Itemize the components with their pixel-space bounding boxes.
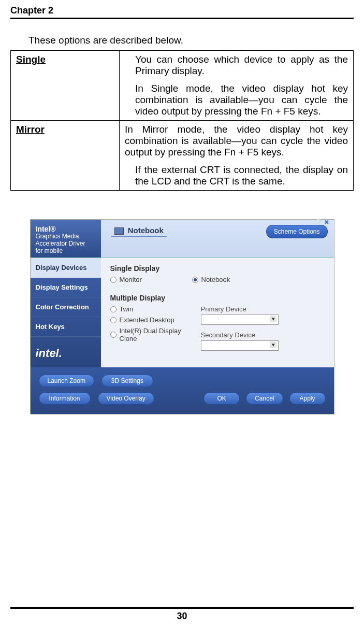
radio-twin[interactable] [110,306,117,312]
table-row: Single You can choose which device to ap… [11,51,354,121]
information-button[interactable]: Information [39,392,91,405]
para: You can choose which device to apply as … [135,54,348,77]
sidebar-item-display-devices[interactable]: Display Devices [31,258,101,278]
dialog-content: Single Display Monitor Notebook Multiple… [101,258,334,367]
radio-extended[interactable] [110,317,117,323]
notebook-icon [114,227,124,235]
radio-notebook[interactable] [192,277,198,283]
dialog-header-right: ❔ ✖ Notebook Scheme Options [101,220,334,258]
apply-button[interactable]: Apply [289,392,326,405]
footer-right-buttons: OK Cancel Apply [203,392,325,405]
radio-clone[interactable] [110,332,117,338]
option-name-single: Single [11,51,120,121]
option-desc-single: You can choose which device to apply as … [120,51,354,121]
radio-twin-label: Twin [120,305,191,313]
dialog-body: Display Devices Display Settings Color C… [31,258,334,367]
primary-device-dropdown[interactable] [201,314,279,325]
dialog-footer: Launch Zoom 3D Settings Information Vide… [31,367,334,414]
intel-logo-text: intel. [31,337,101,367]
ok-button[interactable]: OK [203,392,240,405]
single-display-title: Single Display [110,264,326,273]
sidebar: Display Devices Display Settings Color C… [31,258,101,367]
single-display-row: Monitor Notebook [110,276,326,283]
video-overlay-button[interactable]: Video Overlay [98,392,154,405]
table-row: Mirror In Mirror mode, the video display… [11,121,354,191]
secondary-device-label: Secondary Device [201,331,279,339]
logo-line: Graphics Media [36,233,96,240]
dialog-header: Intel® Graphics Media Accelerator Driver… [31,220,334,258]
radio-notebook-label: Notebook [201,276,274,283]
scheme-options-button[interactable]: Scheme Options [266,225,328,238]
notebook-tab[interactable]: Notebook [111,225,167,237]
footer-left-buttons: Launch Zoom 3D Settings Information Vide… [39,375,154,405]
sidebar-item-display-settings[interactable]: Display Settings [31,278,101,297]
intel-graphics-dialog: Intel® Graphics Media Accelerator Driver… [30,219,334,414]
sidebar-item-color-correction[interactable]: Color Correction [31,297,101,317]
dialog-logo: Intel® Graphics Media Accelerator Driver… [31,220,101,258]
notebook-tab-label: Notebook [128,226,164,235]
radio-row: Twin [110,305,191,313]
launch-zoom-button[interactable]: Launch Zoom [39,375,94,387]
radio-extended-label: Extended Desktop [120,316,191,324]
cancel-button[interactable]: Cancel [246,392,283,405]
radio-monitor[interactable] [110,277,117,283]
para: In Single mode, the video display hot ke… [135,83,348,117]
radio-clone-label: Intel(R) Dual Display Clone [120,327,191,342]
secondary-device-dropdown[interactable] [201,340,279,351]
option-name-mirror: Mirror [11,121,120,191]
para: If the external CRT is connected, the di… [135,164,348,187]
option-desc-mirror: In Mirror mode, the video display hot ke… [120,121,354,191]
options-table: Single You can choose which device to ap… [10,50,354,191]
logo-line: for mobile [36,248,96,255]
primary-device-label: Primary Device [201,305,279,313]
sidebar-item-hot-keys[interactable]: Hot Keys [31,317,101,337]
radio-row: Extended Desktop [110,316,191,324]
chapter-header: Chapter 2 [10,5,354,19]
radio-row: Intel(R) Dual Display Clone [110,327,191,342]
logo-line: Accelerator Driver [36,240,96,248]
logo-line: Intel® [36,225,96,233]
para: In Mirror mode, the video display hot ke… [125,124,348,158]
3d-settings-button[interactable]: 3D Settings [101,375,153,387]
radio-monitor-label: Monitor [120,276,192,283]
intro-text: These options are described below. [28,35,354,46]
multiple-display-title: Multiple Display [110,294,326,302]
page-number: 30 [10,607,354,622]
